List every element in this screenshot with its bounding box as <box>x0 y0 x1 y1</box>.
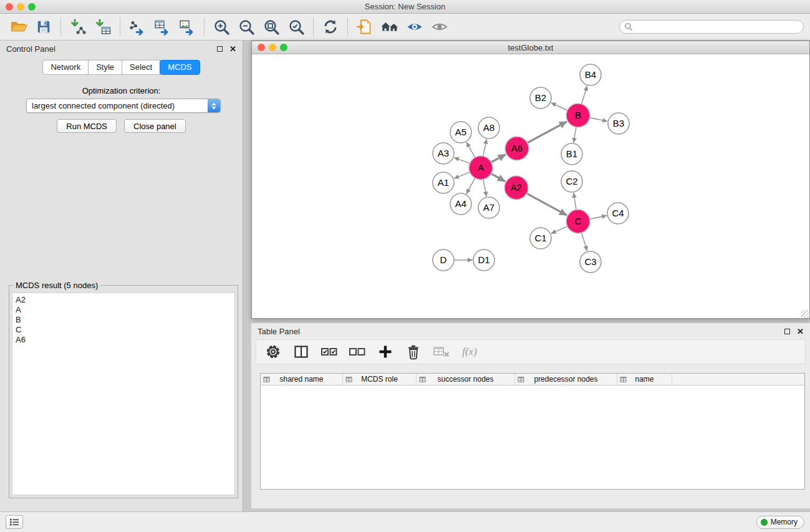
tab-select[interactable]: Select <box>122 60 160 75</box>
graph-node-A6[interactable]: A6 <box>505 137 529 160</box>
float-table-panel-icon[interactable] <box>784 329 790 334</box>
graph-node-B1[interactable]: B1 <box>561 143 582 165</box>
save-session-glyph <box>36 19 52 35</box>
graph-node-D1[interactable]: D1 <box>473 249 494 271</box>
column-header-predecessor-nodes[interactable]: predecessor nodes <box>515 374 617 385</box>
zoom-in-icon[interactable] <box>209 16 234 38</box>
graph-edge-A2-C[interactable] <box>527 193 567 215</box>
graph-edge-C-C3[interactable] <box>582 233 587 251</box>
column-header-successor-nodes[interactable]: successor nodes <box>417 374 515 385</box>
resize-grip[interactable] <box>801 310 809 317</box>
graph-node-D[interactable]: D <box>433 249 454 271</box>
close-network-window-button[interactable] <box>258 44 265 51</box>
minimize-network-window-button[interactable] <box>269 44 276 51</box>
graph-node-B3[interactable]: B3 <box>608 113 629 134</box>
tab-network[interactable]: Network <box>42 60 89 75</box>
graph-edge-A-A3[interactable] <box>454 158 470 164</box>
graphics-details-icon[interactable] <box>402 16 427 38</box>
function-builder-icon[interactable]: f(x) <box>460 342 479 361</box>
zoom-window-button[interactable] <box>28 3 36 11</box>
graph-edge-C-C1[interactable] <box>551 226 567 234</box>
optimization-criterion-label: Optimization criterion: <box>0 86 243 95</box>
column-header-MCDS-role[interactable]: MCDS role <box>343 374 417 385</box>
mcds-result-item[interactable]: A6 <box>16 335 234 345</box>
graph-edge-B-B4[interactable] <box>582 86 587 104</box>
table-settings-icon[interactable] <box>264 342 282 361</box>
column-header-name[interactable]: name <box>617 374 672 385</box>
eye-icon[interactable] <box>427 16 452 38</box>
tab-mcds[interactable]: MCDS <box>160 60 200 75</box>
zoom-selected-glyph <box>287 18 305 36</box>
delete-table-icon[interactable] <box>432 342 451 361</box>
graph-edge-A-A8[interactable] <box>483 139 487 156</box>
session-doc-icon[interactable] <box>352 16 377 38</box>
add-row-icon[interactable] <box>376 342 395 361</box>
deselect-all-icon[interactable] <box>348 342 367 361</box>
graph-node-A8[interactable]: A8 <box>478 117 499 138</box>
graph-edge-B-B3[interactable] <box>590 118 607 122</box>
export-network-icon[interactable] <box>125 16 150 38</box>
task-history-button[interactable] <box>6 515 23 529</box>
graph-node-C2[interactable]: C2 <box>561 171 582 192</box>
graph-node-A3[interactable]: A3 <box>433 143 454 164</box>
graph-node-C3[interactable]: C3 <box>580 251 601 273</box>
graph-node-B[interactable]: B <box>566 104 590 127</box>
show-columns-icon[interactable] <box>292 342 311 361</box>
graph-edge-A-A2[interactable] <box>491 173 506 181</box>
open-folder-icon[interactable] <box>6 16 31 38</box>
mcds-result-item[interactable]: A2 <box>16 295 234 305</box>
memory-button[interactable]: Memory <box>756 516 804 529</box>
graph-edge-A6-B[interactable] <box>528 122 567 143</box>
graph-node-A1[interactable]: A1 <box>433 172 454 193</box>
zoom-out-icon[interactable] <box>234 16 259 38</box>
network-graph[interactable]: B4B2BB3A5A8A6B1A3AC2A1A2A4A7CC4C1C3DD1 <box>252 55 809 318</box>
column-header-shared-name[interactable]: shared name <box>261 374 343 385</box>
graph-node-A2[interactable]: A2 <box>504 176 528 200</box>
graph-edge-A-A7[interactable] <box>483 180 487 196</box>
graph-node-A7[interactable]: A7 <box>478 197 499 218</box>
graph-node-B2[interactable]: B2 <box>530 87 551 109</box>
mcds-result-item[interactable]: C <box>16 325 234 335</box>
close-panel-icon[interactable]: ✕ <box>229 45 236 53</box>
run-mcds-button[interactable]: Run MCDS <box>57 119 117 133</box>
zoom-selected-icon[interactable] <box>284 16 309 38</box>
save-session-icon[interactable] <box>31 16 56 38</box>
graph-node-A4[interactable]: A4 <box>450 193 471 215</box>
delete-rows-icon[interactable] <box>404 342 423 361</box>
export-table-icon[interactable] <box>150 16 175 38</box>
network-canvas[interactable]: B4B2BB3A5A8A6B1A3AC2A1A2A4A7CC4C1C3DD1 <box>252 55 809 318</box>
import-table-icon[interactable] <box>90 16 115 38</box>
graph-node-C1[interactable]: C1 <box>530 228 551 249</box>
graph-edge-C-C2[interactable] <box>574 193 576 210</box>
mcds-result-list[interactable]: A2ABCA6 <box>12 293 235 495</box>
zoom-fit-icon[interactable] <box>259 16 284 38</box>
graph-node-A5[interactable]: A5 <box>450 122 471 143</box>
export-image-icon[interactable] <box>175 16 200 38</box>
graph-node-C[interactable]: C <box>566 210 590 233</box>
close-panel-button[interactable]: Close panel <box>124 119 186 133</box>
zoom-network-window-button[interactable] <box>280 44 287 51</box>
graph-edge-C-C4[interactable] <box>590 216 607 220</box>
search-input[interactable] <box>619 20 804 34</box>
import-network-icon[interactable] <box>65 16 90 38</box>
graph-edge-A-A1[interactable] <box>454 172 470 178</box>
float-panel-icon[interactable] <box>217 46 223 52</box>
minimize-window-button[interactable] <box>17 3 24 11</box>
refresh-icon[interactable] <box>318 16 343 38</box>
graph-node-C4[interactable]: C4 <box>607 203 629 224</box>
tab-style[interactable]: Style <box>88 60 122 75</box>
select-all-icon[interactable] <box>320 342 339 361</box>
mcds-result-item[interactable]: B <box>16 315 234 325</box>
mcds-result-item[interactable]: A <box>16 305 234 315</box>
close-window-button[interactable] <box>6 3 13 11</box>
graph-node-B4[interactable]: B4 <box>580 64 601 85</box>
graph-edge-B-B1[interactable] <box>574 127 576 143</box>
optimization-dropdown[interactable]: largest connected component (directed) <box>26 99 221 113</box>
close-table-panel-icon[interactable]: ✕ <box>797 327 804 336</box>
graph-node-A[interactable]: A <box>469 156 493 180</box>
graph-edge-A-A5[interactable] <box>466 142 475 157</box>
home-icon[interactable] <box>377 16 402 38</box>
graph-edge-B-B2[interactable] <box>551 103 567 110</box>
graph-edge-A-A6[interactable] <box>491 155 506 162</box>
graph-edge-A-A4[interactable] <box>466 178 475 194</box>
